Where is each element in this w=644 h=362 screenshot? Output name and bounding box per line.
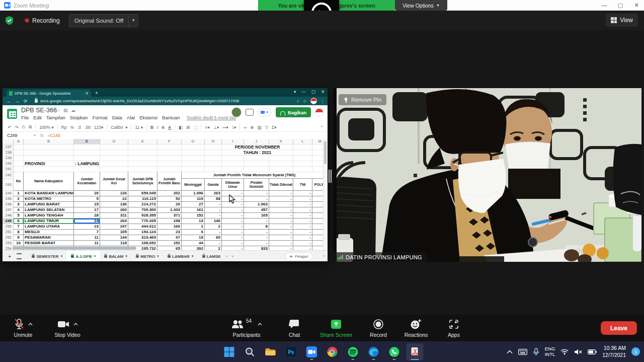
row-header-242[interactable]: 242 [3,172,14,179]
grid-cell[interactable]: - [269,235,293,241]
view-button[interactable]: View [606,14,638,27]
pinned-participant-video[interactable]: Remove Pin DATIN PROVINSI LAMPUNG [333,88,641,262]
grid-cell[interactable]: 15 [74,202,100,207]
zoom-select[interactable]: 100% ▾ [39,125,53,130]
row-header-250[interactable]: 250 [3,224,14,230]
grid-cell[interactable] [100,144,128,150]
grid-cell[interactable]: MESUJI [24,230,74,235]
file-explorer-button[interactable] [262,343,279,360]
sheet-tab-lamsel[interactable]: LAMSEL▼ [198,251,221,261]
currency-format-button[interactable]: Rp [61,125,67,130]
grid-cell[interactable]: 202 [157,191,182,196]
grid-cell[interactable]: 10 [14,241,24,246]
grid-cell[interactable]: LAMPUNG BARAT [24,202,74,207]
column-header-D[interactable]: D [100,139,128,144]
grid-cell[interactable]: PESISIR BARAT [24,241,74,246]
participants-button[interactable]: 54 Participants [222,318,271,338]
grid-cell[interactable]: - [222,213,244,219]
grid-cell[interactable] [182,150,205,156]
grid-cell[interactable]: - [244,230,269,235]
add-sheet-button[interactable]: + [8,253,11,259]
grid-cell[interactable]: - [244,235,269,241]
security-shield-icon[interactable] [5,16,14,25]
grid-cell[interactable] [74,156,100,161]
grid-cell[interactable] [128,150,157,156]
grid-cell[interactable]: 20 [74,191,100,196]
leave-button[interactable]: Leave [601,321,637,335]
share-button[interactable]: Bagikan [276,107,311,117]
menu-item-alat[interactable]: Alat [127,115,135,120]
grid-cell[interactable] [24,150,74,156]
column-header-F[interactable]: F [157,139,182,144]
chevron-up-icon[interactable] [258,323,262,326]
vertical-scrollbar-thumb[interactable] [324,141,327,164]
print-icon[interactable]: ⎙ [22,124,25,130]
redo-icon[interactable]: ↷ [15,125,18,130]
grid-cell[interactable]: 6 [14,219,24,224]
grid-cell[interactable]: 5 [74,196,100,202]
grid-cell[interactable] [205,150,222,156]
grid-cell[interactable]: 444.612 [128,224,157,230]
grid-cell[interactable] [244,167,269,172]
comment-icon[interactable] [246,109,254,116]
grid-cell[interactable] [128,161,157,167]
grid-cell[interactable]: - [293,241,312,246]
grid-cell[interactable]: 88 [205,196,222,202]
tab-scroll-left-icon[interactable]: ‹ [226,254,227,259]
column-header-E[interactable]: E [128,139,157,144]
explore-button[interactable]: Pelajari [285,252,312,261]
grid-cell[interactable]: - [222,241,244,246]
grid-cell[interactable] [14,144,24,150]
grid-cell[interactable]: 3 [14,202,24,207]
touch-keyboard-icon[interactable] [518,349,527,355]
percent-format-button[interactable]: % [70,125,74,130]
grid-cell[interactable] [24,156,74,161]
pane-splitter-handle[interactable] [331,170,332,183]
grid-cell[interactable] [157,156,182,161]
original-sound-button[interactable]: Original Sound: Off ▼ [69,14,139,27]
grid-cell[interactable] [157,150,182,156]
row-header-240[interactable]: 240 [3,161,14,167]
move-folder-icon[interactable]: ▤ [63,108,68,113]
grid-cell[interactable] [205,156,222,161]
grid-cell[interactable] [24,167,74,172]
grid-cell[interactable]: 23 [74,224,100,230]
grid-cell[interactable]: - [269,207,293,213]
grid-cell[interactable]: 5 [14,213,24,219]
grid-cell[interactable]: - [293,224,312,230]
column-header-G[interactable]: G [182,139,205,144]
menu-item-tampilan[interactable]: Tampilan [46,115,65,120]
wifi-icon[interactable] [560,349,569,355]
grid-cell[interactable] [14,156,24,161]
row-header-251[interactable]: 251 [3,230,14,235]
grid-cell[interactable]: - [293,191,312,196]
grid-cell[interactable]: - [205,230,222,235]
italic-button[interactable]: I [157,125,158,130]
grid-cell[interactable] [100,161,128,167]
text-wrap-icon[interactable]: ↦▾ [222,125,228,130]
grid-cell[interactable] [182,156,205,161]
column-header-K[interactable]: K [269,139,293,144]
column-header-I[interactable]: I [222,139,244,144]
row-header-237[interactable]: 237 [3,144,14,150]
grid-cell[interactable]: - [222,224,244,230]
chevron-down-icon[interactable]: ▼ [156,255,159,258]
collapse-panel-icon[interactable]: ‹ [323,253,325,258]
chevron-up-icon[interactable] [73,323,78,326]
grid-cell[interactable]: KOTA BANDAR LAMPUNG [24,191,74,196]
grid-cell[interactable]: 17 [74,207,100,213]
grid-cell[interactable] [293,144,312,150]
grid-cell[interactable] [128,144,157,150]
maximize-button[interactable]: ▢ [617,0,624,11]
row-header-248[interactable]: 248 [3,213,14,219]
grid-cell[interactable] [293,150,312,156]
grid-cell[interactable] [269,161,293,167]
column-header-H[interactable]: H [205,139,222,144]
browser-minimize-button[interactable]: — [301,89,306,94]
grid-cell[interactable]: - [222,219,244,224]
menu-item-edit[interactable]: Edit [33,115,41,120]
profile-avatar-flag[interactable] [310,98,317,104]
grid-cell[interactable] [244,161,269,167]
grid-cell[interactable]: - [293,213,312,219]
meet-presentation-button[interactable]: ▼ [258,108,272,116]
